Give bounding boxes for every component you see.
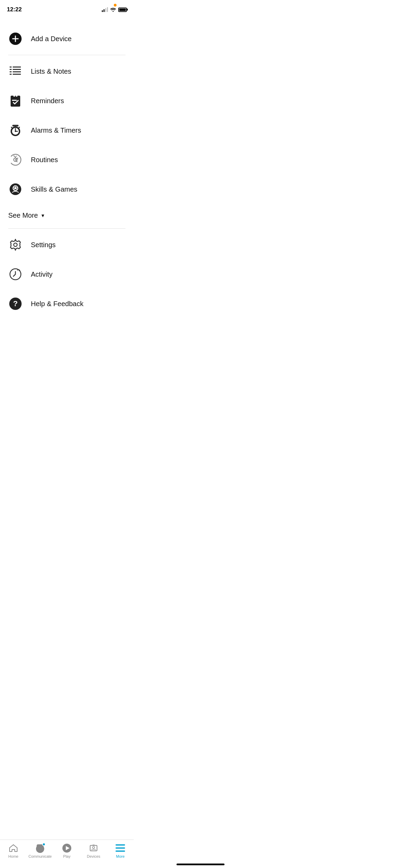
svg-rect-14 [12,100,17,101]
routines-item[interactable]: Routines [0,145,134,174]
lists-notes-item[interactable]: Lists & Notes [0,57,134,86]
activity-label: Activity [31,270,52,278]
svg-rect-6 [10,74,12,75]
see-more-button[interactable]: See More ▾ [0,204,134,227]
svg-point-28 [14,243,17,246]
svg-point-20 [15,131,16,132]
svg-rect-5 [10,71,12,72]
battery-icon [118,8,127,12]
reminders-label: Reminders [31,97,64,105]
reminders-icon [8,94,23,108]
help-item[interactable]: ? Help & Feedback [0,289,134,318]
routines-label: Routines [31,156,58,164]
svg-rect-8 [13,69,21,70]
status-bar: 12:22 [0,0,134,17]
add-device-item[interactable]: Add a Device [0,24,134,53]
svg-rect-11 [11,96,20,107]
add-device-label: Add a Device [31,35,72,43]
help-icon: ? [8,297,23,311]
svg-line-22 [18,127,20,129]
add-circle-icon [8,32,23,46]
svg-rect-10 [13,74,21,75]
main-content: Add a Device Lists & Notes [0,17,134,353]
alarms-label: Alarms & Timers [31,126,81,134]
svg-text:?: ? [13,299,17,308]
see-more-label: See More [8,212,38,219]
reminders-item[interactable]: Reminders [0,86,134,116]
skills-item[interactable]: Skills & Games [0,174,134,204]
svg-rect-7 [13,67,21,68]
chevron-down-icon: ▾ [41,212,44,219]
divider-1 [8,55,125,55]
svg-rect-4 [10,69,12,70]
activity-icon [8,267,23,281]
svg-rect-13 [16,95,17,97]
svg-rect-12 [13,95,15,97]
status-icons [102,7,127,12]
skills-label: Skills & Games [31,185,77,193]
divider-2 [8,228,125,229]
svg-point-25 [10,183,21,195]
lists-icon [8,64,23,79]
svg-rect-3 [10,67,12,68]
signal-icon [102,7,108,12]
status-time: 12:22 [7,6,22,13]
alarms-item[interactable]: Alarms & Timers [0,116,134,145]
routines-icon [8,153,23,167]
orange-dot [114,4,117,7]
svg-rect-15 [12,125,19,126]
settings-label: Settings [31,241,56,249]
help-label: Help & Feedback [31,300,83,308]
lists-notes-label: Lists & Notes [31,68,71,75]
wifi-icon [110,7,116,12]
skills-icon [8,182,23,196]
alarms-icon [8,123,23,137]
svg-rect-9 [13,71,21,72]
activity-item[interactable]: Activity [0,260,134,289]
settings-item[interactable]: Settings [0,230,134,260]
settings-icon [8,238,23,252]
svg-line-21 [11,127,13,129]
